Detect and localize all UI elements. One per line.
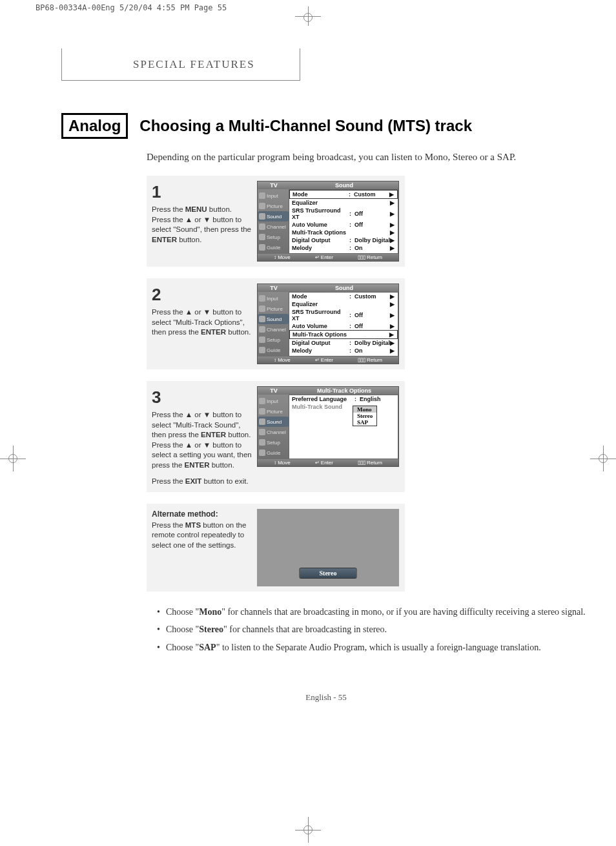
osd-row: Equalizer▶ xyxy=(289,199,398,207)
osd-sidebar-item: Sound xyxy=(258,314,289,324)
step-2: 2 Press the ▲ or ▼ button to select "Mul… xyxy=(147,278,405,369)
osd-row: Mode:Custom▶ xyxy=(289,293,398,300)
osd-sidebar-item: Sound xyxy=(258,211,289,222)
osd-row: Digital Output:Dolby Digital▶ xyxy=(289,236,398,244)
intro-text: Depending on the particular program bein… xyxy=(147,150,586,164)
osd-sidebar-item: Picture xyxy=(258,406,289,417)
bullet-item: Choose "Stereo" for channels that are br… xyxy=(157,623,616,636)
osd-multitrack-menu: TVMulti-Track Options InputPictureSoundC… xyxy=(257,386,399,467)
osd-row: Melody:On▶ xyxy=(289,347,398,355)
osd-row: Multi-Track Options▶ xyxy=(289,229,398,236)
osd-sidebar-item: Channel xyxy=(258,324,289,335)
osd-row: Digital Output:Dolby Digital▶ xyxy=(289,339,398,347)
dropdown-option: Mono xyxy=(353,406,376,413)
step-number: 1 xyxy=(152,181,252,203)
osd-dropdown: MonoStereoSAP xyxy=(353,406,377,426)
osd-stereo-indicator: Stereo xyxy=(257,509,399,586)
osd-sidebar-item: Setup xyxy=(258,437,289,448)
osd-row: SRS TruSurround XT:Off▶ xyxy=(289,308,398,322)
dropdown-option: SAP xyxy=(353,419,376,426)
osd-sidebar-item: Setup xyxy=(258,232,289,242)
step-1: 1 Press the MENU button. Press the ▲ or … xyxy=(147,176,405,267)
crop-mark-right xyxy=(590,446,616,471)
osd-row: Preferred Language:English xyxy=(289,395,398,403)
step-number: 3 xyxy=(152,386,252,409)
osd-sidebar-item: Setup xyxy=(258,335,289,345)
osd-sidebar-item: Input xyxy=(258,191,289,201)
step-3: 3 Press the ▲ or ▼ button to select "Mul… xyxy=(147,381,405,492)
print-header: BP68-00334A-00Eng 5/20/04 4:55 PM Page 5… xyxy=(36,3,227,12)
osd-sidebar-item: Input xyxy=(258,293,289,304)
osd-sidebar-item: Guide xyxy=(258,448,289,458)
osd-row: SRS TruSurround XT:Off▶ xyxy=(289,207,398,221)
alternate-title: Alternate method: xyxy=(152,509,252,519)
bullet-item: Choose "SAP" to listen to the Separate A… xyxy=(157,641,616,654)
bullet-item: Choose "Mono" for channels that are broa… xyxy=(157,606,616,619)
osd-sidebar-item: Channel xyxy=(258,222,289,232)
osd-row: Multi-Track Options▶ xyxy=(289,330,398,339)
osd-sound-menu-1: TVSound InputPictureSoundChannelSetupGui… xyxy=(257,181,399,262)
page-title: Choosing a Multi-Channel Sound (MTS) tra… xyxy=(139,117,472,135)
osd-row: Equalizer▶ xyxy=(289,300,398,308)
crop-mark-top xyxy=(295,6,321,26)
osd-row: Mode:Custom▶ xyxy=(289,190,398,199)
crop-mark-bottom xyxy=(295,817,321,843)
step-number: 2 xyxy=(152,284,252,306)
osd-row: Auto Volume:Off▶ xyxy=(289,322,398,330)
osd-sidebar-item: Picture xyxy=(258,304,289,314)
osd-sound-menu-2: TVSound InputPictureSoundChannelSetupGui… xyxy=(257,284,399,364)
osd-row: Melody:On▶ xyxy=(289,244,398,252)
section-header-box: SPECIAL FEATURES xyxy=(61,48,300,81)
page-footer: English - 55 xyxy=(61,692,591,703)
analog-badge: Analog xyxy=(61,113,128,139)
osd-row: Multi-Track Sound: xyxy=(289,403,398,411)
crop-mark-left xyxy=(0,446,26,471)
osd-sidebar-item: Picture xyxy=(258,201,289,211)
osd-sidebar-item: Channel xyxy=(258,427,289,437)
section-title: SPECIAL FEATURES xyxy=(133,58,255,71)
osd-sidebar-item: Guide xyxy=(258,242,289,253)
bullet-list: Choose "Mono" for channels that are broa… xyxy=(157,606,616,654)
dropdown-option: Stereo xyxy=(353,413,376,419)
osd-sidebar-item: Input xyxy=(258,396,289,406)
stereo-bar: Stereo xyxy=(299,568,356,579)
osd-sidebar-item: Sound xyxy=(258,417,289,427)
alternate-method: Alternate method: Press the MTS button o… xyxy=(147,504,405,592)
osd-row: Auto Volume:Off▶ xyxy=(289,221,398,229)
osd-sidebar-item: Guide xyxy=(258,345,289,355)
